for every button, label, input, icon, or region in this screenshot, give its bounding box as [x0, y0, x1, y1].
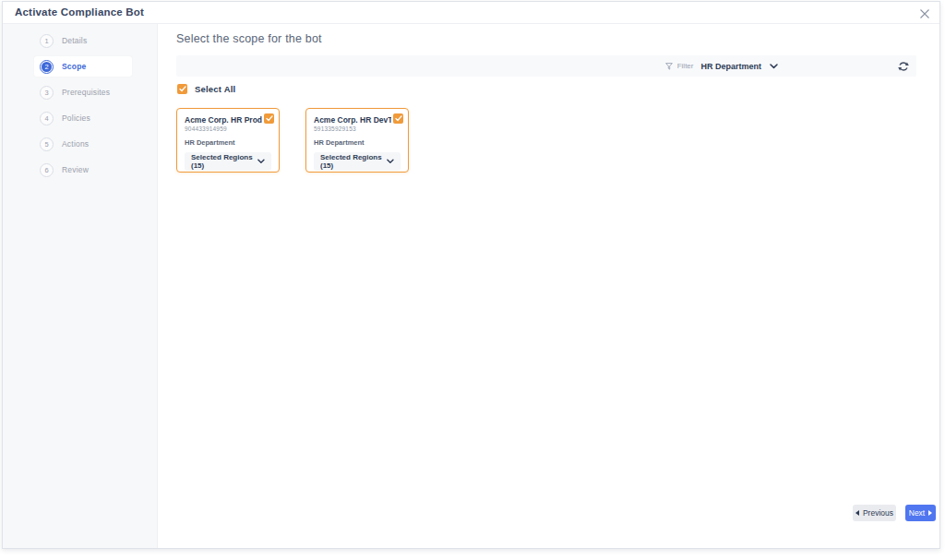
close-icon — [919, 8, 930, 19]
previous-button-label: Previous — [863, 508, 893, 518]
select-all-label: Select All — [195, 84, 235, 94]
regions-dropdown[interactable]: Selected Regions (15) — [314, 152, 401, 171]
step-label: Scope — [62, 62, 87, 71]
step-prerequisites[interactable]: 3 Prerequisites — [34, 82, 132, 102]
chevron-down-icon — [770, 64, 778, 69]
account-checkbox[interactable] — [393, 113, 403, 124]
step-number-badge: 6 — [40, 163, 54, 177]
page-title: Select the scope for the bot — [176, 32, 322, 45]
filter-bar: Filter HR Department — [176, 55, 916, 77]
account-checkbox[interactable] — [264, 113, 274, 124]
select-all-row: Select All — [177, 84, 235, 94]
step-number-badge: 3 — [40, 86, 54, 100]
step-policies[interactable]: 4 Policies — [34, 108, 132, 128]
step-actions[interactable]: 5 Actions — [34, 134, 132, 154]
step-details[interactable]: 1 Details — [34, 30, 132, 51]
account-id: 591335929153 — [314, 125, 401, 132]
filter-label: Filter — [677, 62, 694, 70]
step-number-badge: 5 — [40, 137, 54, 151]
close-button[interactable] — [917, 6, 932, 21]
select-all-checkbox[interactable] — [177, 84, 187, 94]
next-button[interactable]: Next — [905, 505, 936, 521]
step-label: Policies — [62, 113, 90, 123]
regions-label: Selected Regions (15) — [320, 153, 387, 170]
step-label: Prerequisites — [62, 88, 110, 97]
filter-value: HR Department — [700, 62, 761, 71]
funnel-icon — [665, 63, 673, 70]
step-label: Actions — [62, 139, 89, 149]
chevron-down-icon — [387, 159, 394, 164]
account-cards-row: Acme Corp. HR Prod 904433914959 HR Depar… — [176, 108, 409, 173]
next-button-label: Next — [909, 508, 925, 518]
account-card[interactable]: Acme Corp. HR Prod 904433914959 HR Depar… — [176, 108, 280, 173]
filter-dropdown[interactable]: Filter HR Department — [665, 55, 778, 77]
account-id: 904433914959 — [185, 125, 271, 132]
regions-dropdown[interactable]: Selected Regions (15) — [185, 152, 271, 171]
account-name: Acme Corp. HR Prod — [185, 115, 262, 125]
refresh-icon — [897, 60, 910, 73]
modal-title: Activate Compliance Bot — [15, 6, 144, 18]
step-number-badge: 4 — [40, 112, 54, 125]
step-number-badge: 1 — [40, 34, 54, 48]
scope-step-content: Select the scope for the bot Filter HR D… — [158, 24, 939, 548]
previous-button[interactable]: Previous — [853, 505, 896, 521]
next-arrow-icon — [928, 510, 932, 516]
modal-header: Activate Compliance Bot — [3, 2, 939, 24]
check-icon — [395, 115, 402, 122]
wizard-sidebar: 1 Details 2 Scope 3 Prerequisites 4 Poli… — [3, 24, 158, 548]
step-label: Details — [62, 36, 87, 45]
account-name: Acme Corp. HR DevTe... — [314, 115, 391, 125]
account-card[interactable]: Acme Corp. HR DevTe... 591335929153 HR D… — [305, 108, 409, 173]
refresh-button[interactable] — [897, 60, 910, 73]
check-icon — [266, 115, 273, 122]
activate-compliance-bot-modal: Activate Compliance Bot 1 Details 2 Scop… — [2, 1, 940, 549]
regions-label: Selected Regions (15) — [191, 153, 257, 170]
wizard-footer: Previous Next — [853, 505, 936, 521]
step-label: Review — [62, 165, 89, 174]
previous-arrow-icon — [855, 510, 859, 516]
step-scope[interactable]: 2 Scope — [34, 56, 132, 77]
chevron-down-icon — [257, 159, 265, 164]
step-number-badge: 2 — [40, 60, 54, 74]
steps-list: 1 Details 2 Scope 3 Prerequisites 4 Poli… — [3, 24, 157, 180]
account-group: HR Department — [185, 138, 271, 147]
check-icon — [179, 86, 186, 92]
step-review[interactable]: 6 Review — [34, 160, 132, 180]
account-group: HR Department — [314, 138, 401, 147]
